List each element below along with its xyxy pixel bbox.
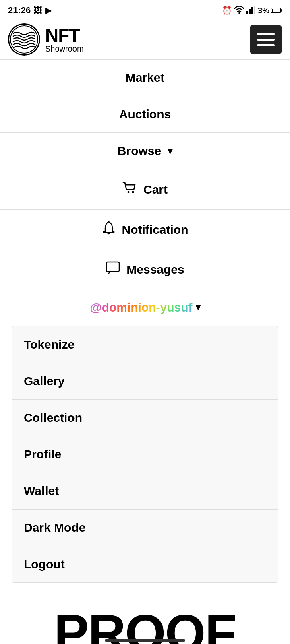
status-left: 21:26 🖼 ▶: [8, 5, 51, 16]
dropdown-item-logout[interactable]: Logout: [12, 546, 278, 582]
hamburger-line-1: [257, 33, 275, 35]
svg-rect-6: [280, 9, 282, 12]
dropdown-item-wallet[interactable]: Wallet: [12, 473, 278, 510]
logo-icon: [8, 23, 40, 56]
svg-rect-3: [251, 7, 253, 14]
svg-point-10: [132, 191, 134, 193]
user-dropdown-menu: Tokenize Gallery Collection Profile Wall…: [12, 326, 278, 583]
logo-text: NFT Showroom: [45, 26, 84, 53]
market-label: Market: [126, 71, 165, 85]
username-dropdown-button[interactable]: @dominion-yusuf ▾: [0, 289, 290, 326]
dropdown-item-profile[interactable]: Profile: [12, 436, 278, 473]
nav-item-market[interactable]: Market: [0, 59, 290, 96]
hamburger-line-2: [257, 39, 275, 41]
browse-dropdown-arrow: ▾: [168, 145, 172, 157]
gallery-label: Gallery: [24, 374, 65, 388]
logo-showroom-text: Showroom: [45, 45, 84, 53]
wallet-label: Wallet: [24, 484, 59, 497]
collection-label: Collection: [24, 411, 82, 424]
username-text: @dominion-yusuf: [90, 301, 192, 314]
profile-label: Profile: [24, 448, 61, 461]
alarm-icon: ⏰: [222, 6, 232, 15]
svg-point-9: [127, 191, 129, 193]
username-dropdown-arrow-icon: ▾: [196, 302, 200, 313]
svg-point-0: [238, 12, 240, 13]
battery-display: 3%: [258, 6, 282, 15]
nav-item-notification[interactable]: Notification: [0, 209, 290, 250]
nav-item-browse[interactable]: Browse ▾: [0, 132, 290, 169]
logo-nft-text: NFT: [45, 26, 84, 45]
logo-container: NFT Showroom: [8, 23, 84, 56]
app-header: NFT Showroom: [0, 19, 290, 60]
messages-label: Messages: [126, 263, 184, 277]
tokenize-label: Tokenize: [24, 338, 75, 351]
nav-item-messages[interactable]: Messages: [0, 250, 290, 289]
bell-icon: [102, 221, 116, 238]
wifi-icon: [234, 6, 244, 16]
darkmode-label: Dark Mode: [24, 521, 85, 534]
cart-icon: [122, 181, 137, 198]
svg-rect-4: [254, 6, 255, 14]
browse-label: Browse: [118, 144, 161, 158]
status-right: ⏰ 3%: [222, 6, 282, 16]
hero-line1: PROOF: [8, 607, 282, 644]
svg-rect-1: [246, 11, 248, 14]
hamburger-line-3: [257, 44, 275, 46]
svg-rect-11: [106, 262, 119, 272]
time-display: 21:26: [8, 5, 31, 16]
notification-label: Notification: [122, 223, 188, 237]
signal-icon: [246, 6, 255, 16]
dropdown-item-tokenize[interactable]: Tokenize: [12, 326, 278, 363]
nav-menu: Market Auctions Browse ▾ Cart Notificati…: [0, 59, 290, 326]
nav-item-cart[interactable]: Cart: [0, 169, 290, 210]
dropdown-item-darkmode[interactable]: Dark Mode: [12, 510, 278, 546]
svg-rect-7: [272, 9, 273, 12]
gallery-image-icon: 🖼: [34, 6, 42, 15]
message-icon: [106, 261, 120, 278]
hamburger-button[interactable]: [250, 25, 282, 54]
battery-percentage: 3%: [258, 6, 269, 15]
auctions-label: Auctions: [119, 107, 171, 121]
bottom-bar-indicator: [105, 639, 185, 642]
logout-label: Logout: [24, 557, 65, 571]
play-icon: ▶: [45, 6, 51, 15]
dropdown-item-collection[interactable]: Collection: [12, 400, 278, 436]
svg-rect-2: [249, 9, 251, 14]
cart-label: Cart: [143, 183, 168, 196]
status-bar: 21:26 🖼 ▶ ⏰ 3%: [0, 0, 290, 19]
dropdown-item-gallery[interactable]: Gallery: [12, 363, 278, 400]
nav-item-auctions[interactable]: Auctions: [0, 96, 290, 133]
hero-section: PROOF OF: [0, 583, 290, 644]
